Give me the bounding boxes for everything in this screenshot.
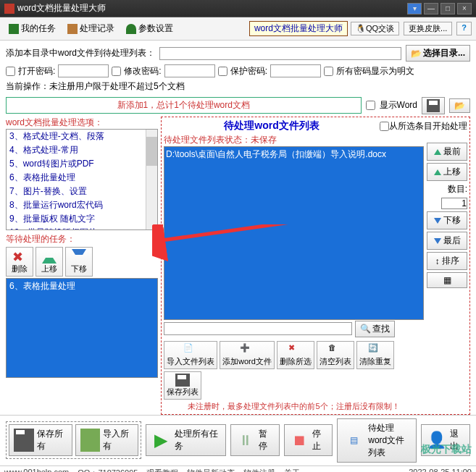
tray-button[interactable]: ▾ xyxy=(407,3,422,14)
options-list[interactable]: 3、格式处理-文档、段落 4、格式处理-常用 5、word转图片或PDF 6、表… xyxy=(6,129,158,230)
file-item[interactable]: D:\tools\桌面\自然人电子税务局（扣缴端）导入说明.docx xyxy=(166,148,422,161)
show-word-check[interactable] xyxy=(366,101,375,110)
import-all-button[interactable]: 导入所有 xyxy=(75,424,139,456)
dir-input[interactable] xyxy=(159,47,401,60)
delete-icon: ✖ xyxy=(288,343,303,356)
status-register[interactable]: 软件注册 xyxy=(243,468,275,473)
arrow-down-icon xyxy=(72,249,86,264)
status-qq[interactable]: QQ：710726095 xyxy=(78,468,138,473)
process-all-button[interactable]: ▶处理所有任务 xyxy=(146,424,226,456)
count-label: 数目: xyxy=(427,183,467,195)
status-news[interactable]: 软件最新动态 xyxy=(187,468,235,473)
task-item[interactable]: 6、表格批量处理 xyxy=(9,280,154,292)
dup-icon: 🔄 xyxy=(368,343,383,356)
status-site[interactable]: www.001help.com xyxy=(4,468,69,473)
maximize-button[interactable]: □ xyxy=(440,3,455,14)
task-up-button[interactable]: 上移 xyxy=(36,247,63,277)
pending-title: 等待处理的任务： xyxy=(6,233,158,245)
options-title: word文档批量处理选项： xyxy=(6,117,158,129)
modify-pwd-input[interactable] xyxy=(164,64,215,77)
save-icon xyxy=(175,374,190,387)
arrow-up-icon xyxy=(434,169,441,175)
add-word-button[interactable]: ➕添加word文件 xyxy=(220,341,275,369)
open-pwd-check[interactable] xyxy=(6,67,15,76)
arrow-down-icon xyxy=(434,218,441,224)
list-item[interactable]: 5、word转图片或PDF xyxy=(7,157,157,171)
import-list-button[interactable]: 📄导入文件列表 xyxy=(164,341,217,369)
search-input[interactable] xyxy=(164,322,352,335)
status-tutorial[interactable]: 观看教程 xyxy=(146,468,178,473)
pause-button[interactable]: ⏸暂停 xyxy=(230,424,280,456)
pause-icon: ⏸ xyxy=(235,429,256,452)
x-icon: ✖ xyxy=(12,249,27,264)
task-down-button[interactable]: 下移 xyxy=(65,247,93,277)
from-selected-check[interactable] xyxy=(380,122,389,131)
open-pwd-input[interactable] xyxy=(58,64,109,77)
plain-pwd-label: 所有密码显示为明文 xyxy=(336,65,414,77)
app-icon xyxy=(4,4,14,14)
move-top-button[interactable]: 最前 xyxy=(427,143,467,161)
brand-label: word文档批量处理大师 xyxy=(249,21,348,36)
pending-list-button[interactable]: ▤待处理word文件列表 xyxy=(337,418,417,463)
open-icon-button[interactable]: 📂 xyxy=(449,98,470,113)
open-pwd-label: 打开密码: xyxy=(18,65,55,77)
clear-icon: 🗑 xyxy=(328,343,343,356)
save-all-button[interactable]: 保存所有 xyxy=(9,424,72,456)
show-word-label: 显示Word xyxy=(380,99,417,111)
search-button[interactable]: 🔍查找 xyxy=(355,321,395,337)
delete-selected-button[interactable]: ✖删除所选 xyxy=(277,341,314,369)
protect-pwd-check[interactable] xyxy=(218,67,227,76)
add-icon: ➕ xyxy=(240,343,254,356)
move-bottom-button[interactable]: 最后 xyxy=(427,232,467,250)
skin-button[interactable]: 更换皮肤... xyxy=(404,22,452,35)
search-icon: 🔍 xyxy=(360,324,371,334)
protect-pwd-input[interactable] xyxy=(270,64,321,77)
move-up-button[interactable]: 上移 xyxy=(427,163,467,181)
help-button[interactable]: ? xyxy=(456,22,472,35)
grid-button[interactable]: ▦ xyxy=(427,272,467,288)
sort-button[interactable]: ↕排序 xyxy=(427,252,467,270)
list-item[interactable]: 3、格式处理-文档、段落 xyxy=(7,130,157,143)
status-about[interactable]: 关于 xyxy=(284,468,300,473)
task-delete-button[interactable]: ✖删除 xyxy=(6,247,33,277)
clear-list-button[interactable]: 🗑清空列表 xyxy=(317,341,354,369)
save-icon xyxy=(14,429,34,452)
close-button[interactable]: × xyxy=(457,3,472,14)
import-icon xyxy=(80,429,101,452)
history-tab[interactable]: 处理记录 xyxy=(63,21,119,36)
status-banner: 新添加1，总计1个待处理word文档 xyxy=(6,97,362,114)
list-item[interactable]: 6、表格批量处理 xyxy=(7,171,157,185)
settings-tab[interactable]: 参数设置 xyxy=(122,21,178,36)
qq-chat-button[interactable]: 🐧QQ交谈 xyxy=(351,22,399,35)
list-item[interactable]: 9、批量版权 随机文字 xyxy=(7,212,157,226)
stop-icon: ⏹ xyxy=(289,429,309,452)
count-input[interactable] xyxy=(441,198,467,209)
plain-pwd-check[interactable] xyxy=(324,67,333,76)
file-list[interactable]: D:\tools\桌面\自然人电子税务局（扣缴端）导入说明.docx xyxy=(164,146,424,320)
save-icon xyxy=(427,99,440,112)
stop-button[interactable]: ⏹停止 xyxy=(284,424,333,456)
current-op-value: 未注册用户限于处理不超过5个文档 xyxy=(49,80,185,93)
file-status-label: 待处理文件列表状态： xyxy=(164,135,251,145)
list-item[interactable]: 8、批量运行word宏代码 xyxy=(7,198,157,212)
my-tasks-tab[interactable]: 我的任务 xyxy=(4,21,60,36)
protect-pwd-label: 保护密码: xyxy=(230,65,267,77)
move-down-button[interactable]: 下移 xyxy=(427,211,467,229)
list-item[interactable]: 7、图片-替换、设置 xyxy=(7,185,157,198)
filelist-title: 待处理word文件列表 xyxy=(164,119,380,132)
save-icon-button[interactable] xyxy=(422,97,445,114)
save-list-button[interactable]: 保存列表 xyxy=(164,371,201,400)
modify-pwd-check[interactable] xyxy=(112,67,121,76)
exit-button[interactable]: 👤退出 xyxy=(421,424,470,456)
arrow-up-icon xyxy=(42,249,57,264)
play-icon: ▶ xyxy=(154,430,167,450)
choose-dir-button[interactable]: 📂选择目录... xyxy=(406,45,470,62)
minimize-button[interactable]: — xyxy=(424,3,438,14)
list-item[interactable]: 4、格式处理-常用 xyxy=(7,143,157,157)
clear-dup-button[interactable]: 🔄清除重复 xyxy=(356,341,394,369)
arrow-bottom-icon xyxy=(434,238,441,244)
grid-icon: ▦ xyxy=(443,275,451,285)
list-item[interactable]: 10、批量随机版权图片 xyxy=(7,226,157,230)
task-list[interactable]: 6、表格批量处理 xyxy=(6,278,158,378)
options-scrollbar[interactable] xyxy=(146,130,157,229)
